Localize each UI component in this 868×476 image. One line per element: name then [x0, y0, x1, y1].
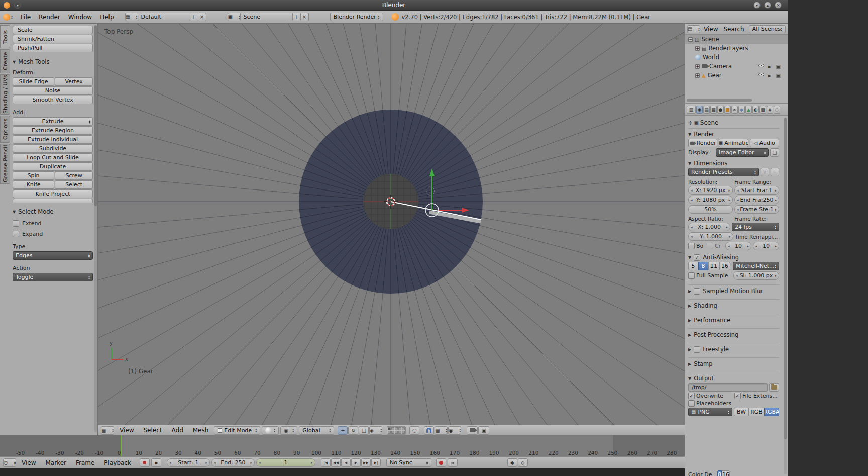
- menu-window[interactable]: Window: [64, 14, 96, 21]
- outliner-hscrollbar[interactable]: [687, 99, 752, 102]
- render-opengl-image-button[interactable]: [467, 426, 478, 435]
- viewport-shading-selector[interactable]: [262, 426, 279, 435]
- add-layout-button[interactable]: +: [190, 13, 198, 21]
- restrict-view-icon[interactable]: [758, 64, 764, 67]
- tab-physics-icon[interactable]: ◌: [774, 106, 780, 114]
- output-panel-header[interactable]: Output: [688, 372, 779, 382]
- resolution-y-field[interactable]: ◂Y: 1080 px▸: [688, 196, 733, 204]
- viewport-menu-add[interactable]: Add: [168, 427, 187, 434]
- manipulator-translate-button[interactable]: +: [338, 426, 348, 435]
- display-extra-button[interactable]: ▢: [770, 148, 779, 157]
- full-sample-checkbox[interactable]: [688, 272, 695, 279]
- tab-data-icon[interactable]: ▲: [745, 106, 752, 114]
- manipulator-scale-button[interactable]: □: [359, 426, 369, 435]
- aa-filter-dropdown[interactable]: Mitchell-Net...: [733, 262, 779, 270]
- remap-new-field[interactable]: ◂10▸: [753, 242, 779, 250]
- timeline-menu-view[interactable]: View: [18, 459, 40, 466]
- freestyle-panel-header[interactable]: Freestyle: [688, 343, 779, 353]
- current-frame-field[interactable]: ◂1▸: [256, 458, 315, 467]
- duplicate-button[interactable]: Duplicate: [13, 162, 93, 171]
- maximize-button[interactable]: ▴: [764, 2, 771, 9]
- next-keyframe-button[interactable]: ▶▶: [361, 458, 371, 467]
- outliner-row-renderlayers[interactable]: + ▤ RenderLayers: [685, 44, 788, 53]
- jump-to-end-button[interactable]: ▶|: [371, 458, 381, 467]
- tab-render-icon[interactable]: ◉: [696, 106, 703, 114]
- toolshelf-scrollbar[interactable]: [94, 25, 97, 432]
- noise-button[interactable]: Noise: [13, 86, 93, 95]
- outliner-menu-view[interactable]: View: [702, 26, 720, 33]
- filter-size-field[interactable]: ◂Si: 1.000 px▸: [733, 271, 779, 280]
- playhead[interactable]: [121, 435, 122, 456]
- menu-render[interactable]: Render: [35, 14, 64, 21]
- antialiasing-checkbox[interactable]: [694, 254, 700, 261]
- collapse-icon[interactable]: −: [688, 37, 693, 42]
- motion-blur-checkbox[interactable]: [694, 288, 700, 295]
- lock-to-scene-icon[interactable]: ◌: [409, 426, 419, 435]
- timeline-area[interactable]: -50-40-30-20-100102030405060708090100110…: [0, 435, 685, 456]
- border-checkbox[interactable]: [688, 243, 695, 249]
- timeline-menu-frame[interactable]: Frame: [72, 459, 98, 466]
- file-format-dropdown[interactable]: ▦ PNG: [688, 408, 732, 416]
- depth-8-button[interactable]: 8: [717, 470, 722, 476]
- slide-edge-button[interactable]: Slide Edge: [13, 77, 54, 86]
- toolshelf-tab-shading-uvs[interactable]: Shading / UVs: [0, 74, 10, 115]
- channels-bw-button[interactable]: BW: [734, 408, 749, 416]
- av-sync-icon[interactable]: ≈: [448, 458, 458, 467]
- render-opengl-anim-button[interactable]: ▣: [478, 426, 489, 435]
- channels-rgba-button[interactable]: RGBA: [764, 408, 779, 416]
- scale-button[interactable]: Scale: [13, 26, 93, 34]
- subdivide-button[interactable]: Subdivide: [13, 144, 93, 153]
- aspect-y-field[interactable]: ◂Y: 1.000▸: [688, 232, 733, 241]
- extend-checkbox[interactable]: [13, 220, 19, 227]
- screw-button[interactable]: Screw: [55, 171, 93, 180]
- frame-step-field[interactable]: ◂Frame Ste:1▸: [734, 205, 779, 214]
- aa-samples-5-button[interactable]: 5: [688, 262, 698, 270]
- delete-scene-button[interactable]: ×: [301, 13, 309, 21]
- browse-output-button[interactable]: [769, 383, 779, 392]
- snap-element-selector[interactable]: ▦: [435, 426, 448, 435]
- render-still-button[interactable]: Render: [688, 139, 717, 147]
- tab-modifiers-icon[interactable]: ◆: [738, 106, 745, 114]
- aa-samples-8-button[interactable]: 8: [698, 262, 708, 270]
- tab-constraints-icon[interactable]: ∞: [731, 106, 738, 114]
- frame-rate-dropdown[interactable]: 24 fps: [732, 223, 779, 231]
- clipped-tool-button[interactable]: [13, 199, 93, 203]
- render-presets-dropdown[interactable]: Render Presets: [688, 168, 759, 176]
- toolshelf-tab-grease-pencil[interactable]: Grease Pencil: [0, 144, 10, 184]
- expand-icon[interactable]: +: [695, 73, 700, 78]
- outliner-menu-search[interactable]: Search: [721, 26, 746, 33]
- expand-checkbox[interactable]: [13, 231, 19, 237]
- extrude-region-button[interactable]: Extrude Region: [13, 126, 93, 135]
- keying-set-icon[interactable]: ▪: [151, 458, 161, 467]
- scene-selector[interactable]: Scene: [241, 13, 293, 21]
- overwrite-checkbox[interactable]: [688, 393, 695, 399]
- placeholders-checkbox[interactable]: [688, 400, 695, 407]
- screen-layout-selector[interactable]: Default: [138, 13, 190, 21]
- delete-keyframe-button[interactable]: ◇: [518, 458, 528, 467]
- post-processing-panel-header[interactable]: Post Processing: [688, 328, 779, 338]
- minimize-button[interactable]: ▾: [753, 2, 761, 9]
- remove-preset-button[interactable]: −: [771, 168, 779, 176]
- close-button[interactable]: ×: [775, 2, 782, 9]
- remap-old-field[interactable]: ◂10▸: [725, 242, 751, 250]
- outliner-display-mode-selector[interactable]: All Scenes: [749, 25, 786, 33]
- manipulator-rotate-button[interactable]: ↻: [348, 426, 358, 435]
- knife-button[interactable]: Knife: [13, 180, 54, 189]
- tab-render-layers-icon[interactable]: ▤: [703, 106, 710, 114]
- shrink-fatten-button[interactable]: Shrink/Fatten: [13, 35, 93, 43]
- auto-keyframe-button[interactable]: [140, 458, 150, 467]
- expand-icon[interactable]: +: [695, 64, 700, 69]
- toolshelf-tab-options[interactable]: Options: [0, 116, 10, 143]
- frame-start-field[interactable]: ◂Start Fra: 1▸: [734, 186, 779, 195]
- display-mode-selector[interactable]: Image Editor: [716, 148, 769, 157]
- pin-icon[interactable]: ✢: [688, 120, 692, 126]
- record-button[interactable]: [436, 458, 446, 467]
- restrict-render-icon[interactable]: ▣: [776, 64, 781, 69]
- select-action-dropdown[interactable]: Toggle: [13, 273, 93, 281]
- start-frame-field[interactable]: ◂Start: 1▸: [167, 458, 210, 467]
- tab-material-icon[interactable]: ◐: [752, 106, 759, 114]
- add-scene-button[interactable]: +: [293, 13, 301, 21]
- resolution-scale-field[interactable]: 50%: [688, 205, 733, 214]
- mesh-tools-panel-header[interactable]: Mesh Tools: [13, 58, 93, 65]
- smooth-vertex-button[interactable]: Smooth Vertex: [13, 96, 93, 104]
